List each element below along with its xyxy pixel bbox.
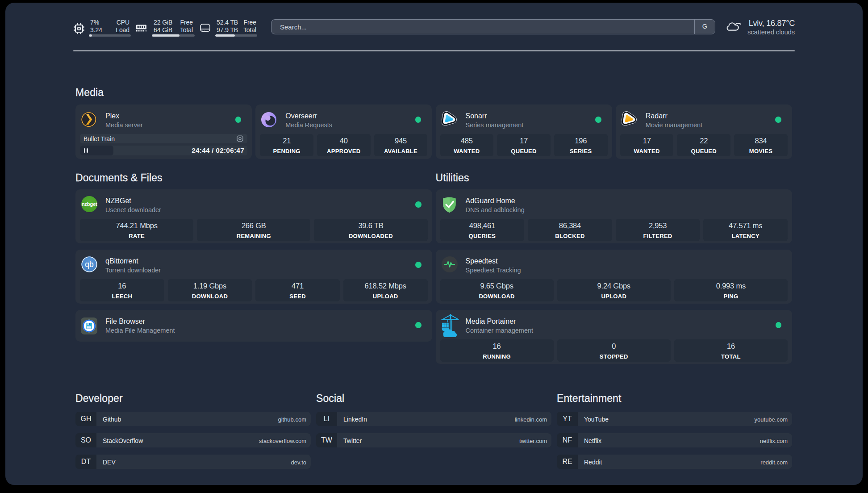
svg-text:nzbget: nzbget bbox=[82, 201, 97, 207]
svg-text:qb: qb bbox=[85, 260, 93, 269]
